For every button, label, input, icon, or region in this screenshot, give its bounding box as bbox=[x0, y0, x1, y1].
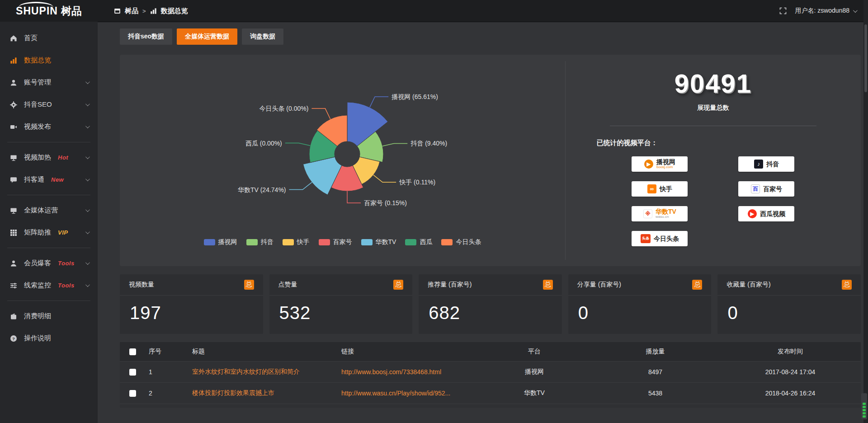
stat-card-value: 682 bbox=[429, 303, 460, 323]
breadcrumb-current[interactable]: 数据总览 bbox=[161, 7, 188, 15]
sidebar-item-label: 账号管理 bbox=[24, 78, 51, 87]
legend-item[interactable]: 百家号 bbox=[319, 238, 352, 246]
row-checkbox[interactable] bbox=[129, 390, 136, 397]
sidebar-item[interactable]: 数据总览 bbox=[0, 49, 98, 71]
chat-icon bbox=[10, 176, 17, 183]
platform-logo-icon: ∞ bbox=[647, 184, 656, 193]
sidebar-item[interactable]: 会员爆客 Tools bbox=[0, 252, 98, 274]
username-label: 用户名: zswodun88 bbox=[795, 7, 849, 15]
chevron-down-icon bbox=[85, 80, 90, 84]
tab[interactable]: 抖音seo数据 bbox=[120, 28, 172, 45]
chevron-down-icon bbox=[85, 177, 90, 181]
platform-name: 百家号 bbox=[763, 186, 782, 193]
overview-panel: 播视网 (65.61%)抖音 (9.40%)快手 (0.11%)百家号 (0.1… bbox=[120, 55, 861, 266]
legend-swatch bbox=[361, 239, 373, 245]
cell-platform: 华数TV bbox=[478, 389, 591, 397]
col-header-no: 序号 bbox=[145, 348, 189, 356]
breadcrumb-separator: > bbox=[142, 8, 146, 14]
legend-label: 抖音 bbox=[261, 238, 274, 246]
select-all-checkbox[interactable] bbox=[129, 348, 136, 355]
cell-url-link[interactable]: http://www.wasu.cn/Play/show/id/952... bbox=[338, 390, 478, 397]
user-icon bbox=[10, 79, 17, 86]
user-menu[interactable]: 用户名: zswodun88 bbox=[795, 7, 856, 15]
cell-platform: 播视网 bbox=[478, 368, 591, 376]
total-badge: 总 bbox=[692, 280, 702, 290]
breadcrumb-root[interactable]: 树品 bbox=[125, 7, 138, 15]
sidebar-item[interactable]: 视频发布 bbox=[0, 116, 98, 138]
scrollbar-thumb[interactable] bbox=[864, 24, 867, 92]
tab[interactable]: 询盘数据 bbox=[242, 28, 283, 45]
impressions-total-label: 展现量总数 bbox=[698, 104, 729, 112]
pie-leader-line bbox=[289, 182, 312, 189]
platform-subtext: boosj.com bbox=[656, 165, 675, 169]
legend-swatch bbox=[441, 239, 453, 245]
pie-leader-line bbox=[311, 108, 330, 119]
total-badge: 总 bbox=[244, 280, 254, 290]
sidebar-item[interactable]: 线索监控 Tools bbox=[0, 274, 98, 296]
sidebar-item[interactable]: 抖客通 New bbox=[0, 169, 98, 191]
legend-item[interactable]: 华数TV bbox=[361, 238, 396, 246]
legend-item[interactable]: 西瓜 bbox=[405, 238, 432, 246]
fullscreen-icon[interactable] bbox=[779, 7, 787, 14]
grid-icon bbox=[10, 229, 17, 236]
sidebar-item[interactable]: ? 操作说明 bbox=[0, 327, 98, 349]
topbar: SHUPIN 树品 树品 > 数据总览 用户名: zswodun88 bbox=[0, 0, 868, 22]
platform-badge: ∞ 快手 bbox=[632, 181, 688, 197]
sidebar-item[interactable]: 首页 bbox=[0, 27, 98, 49]
sidebar-item[interactable]: 全媒体运营 bbox=[0, 199, 98, 221]
sidebar-item[interactable]: 抖音SEO bbox=[0, 94, 98, 116]
sidebar-item-label: 会员爆客 bbox=[24, 259, 51, 268]
legend-item[interactable]: 抖音 bbox=[246, 238, 274, 246]
stat-cards: 视频数量 总 197 点赞量 总 532 推荐量 (百家号) 总 682 bbox=[120, 274, 861, 334]
platforms-grid: ▶ 播视网 boosj.com ♪ 抖音 bbox=[597, 156, 830, 246]
pie-leader-line bbox=[285, 143, 310, 146]
sidebar-item-label: 抖音SEO bbox=[24, 100, 52, 109]
sidebar-item[interactable]: 账号管理 bbox=[0, 71, 98, 94]
cell-plays: 8497 bbox=[591, 368, 720, 376]
sidebar-divider bbox=[7, 195, 90, 195]
total-badge: 总 bbox=[543, 280, 553, 290]
sidebar-item[interactable]: 矩阵助推 VIP bbox=[0, 221, 98, 244]
sidebar-item-label: 数据总览 bbox=[24, 56, 51, 65]
chevron-down-icon bbox=[85, 282, 90, 287]
legend-item[interactable]: 快手 bbox=[283, 238, 310, 246]
page-scrollbar bbox=[863, 0, 868, 423]
sidebar-item-label: 视频加热 bbox=[24, 153, 51, 162]
member-icon bbox=[10, 260, 17, 267]
cell-url-link[interactable]: http://www.boosj.com/7338468.html bbox=[338, 368, 478, 376]
topbar-right: 用户名: zswodun88 bbox=[779, 7, 868, 15]
filter-icon bbox=[10, 282, 17, 289]
cell-title-link[interactable]: 楼体投影灯投影效果震撼上市 bbox=[189, 389, 338, 397]
platform-logo-icon: 头条 bbox=[641, 234, 651, 243]
legend-item[interactable]: 今日头条 bbox=[441, 238, 481, 246]
pie-leader-line bbox=[373, 175, 396, 182]
sidebar-item-label: 矩阵助推 bbox=[24, 228, 51, 237]
legend-label: 西瓜 bbox=[420, 238, 432, 246]
cell-title-link[interactable]: 室外水纹灯和室内水纹灯的区别和简介 bbox=[189, 368, 338, 376]
chart-icon bbox=[10, 57, 17, 64]
tab[interactable]: 全媒体运营数据 bbox=[177, 28, 237, 45]
sidebar-item[interactable]: 消费明细 bbox=[0, 305, 98, 327]
stat-card-label: 推荐量 (百家号) bbox=[428, 281, 472, 289]
legend-item[interactable]: 播视网 bbox=[204, 238, 237, 246]
chart-legend: 播视网 抖音 快手 百家号 bbox=[120, 238, 565, 246]
cell-no: 1 bbox=[145, 368, 189, 376]
sidebar-item[interactable]: 视频加热 Hot bbox=[0, 146, 98, 169]
table-header-row: 序号 标题 链接 平台 播放量 发布时间 bbox=[120, 342, 861, 361]
platforms-label: 已统计的视频平台： bbox=[597, 139, 830, 147]
screen-icon bbox=[10, 154, 17, 161]
videos-table: 序号 标题 链接 平台 播放量 发布时间 1 室外水纹灯和室内水纹灯的区别和简介… bbox=[120, 342, 861, 408]
pie-label-华数TV: 华数TV (24.74%) bbox=[238, 186, 286, 193]
platform-subtext: wasu.cn bbox=[656, 215, 676, 219]
row-checkbox[interactable] bbox=[129, 369, 136, 376]
stat-card: 收藏量 (百家号) 总 0 bbox=[717, 274, 861, 334]
chevron-down-icon bbox=[85, 260, 90, 265]
platform-name: 今日头条 bbox=[654, 235, 679, 242]
cell-plays: 5438 bbox=[591, 390, 720, 397]
legend-swatch bbox=[246, 239, 258, 245]
chevron-down-icon bbox=[853, 8, 858, 13]
sidebar-item-label: 消费明细 bbox=[24, 312, 51, 320]
sidebar-item-label: 抖客通 bbox=[24, 175, 44, 184]
sidebar-item-badge: New bbox=[51, 176, 64, 183]
pie-leader-line bbox=[382, 143, 407, 146]
